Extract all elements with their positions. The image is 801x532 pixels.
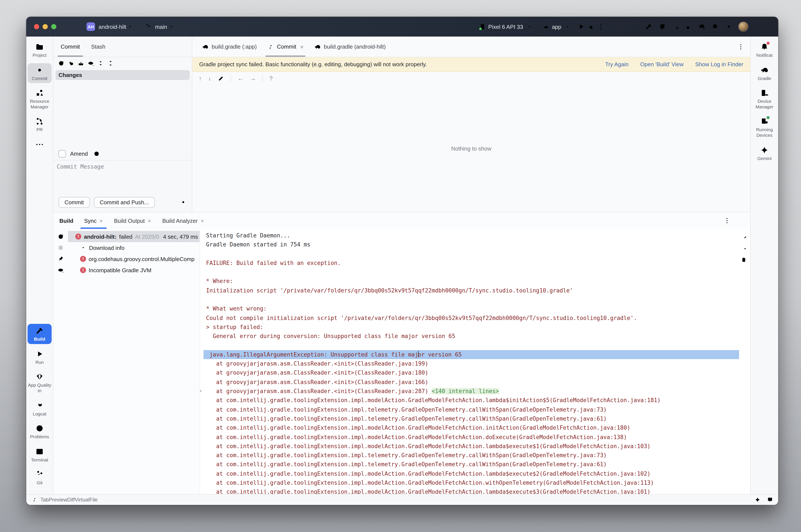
expand-all-icon[interactable]: [97, 60, 104, 66]
sidebar-item-run[interactable]: Run: [27, 347, 52, 367]
branch-selector[interactable]: main: [145, 23, 173, 30]
sidebar-item-running-devices[interactable]: Running Devices: [752, 115, 777, 140]
tab-options-kebab-icon[interactable]: [737, 43, 744, 50]
editor-tab-commit[interactable]: Commit×: [262, 37, 309, 57]
sidebar-item-logcat[interactable]: Logcat: [27, 398, 52, 418]
arrow-down-icon[interactable]: ↓: [208, 75, 211, 82]
arrow-up-icon[interactable]: ↑: [199, 75, 202, 82]
error-icon: !: [80, 256, 86, 262]
editor-tab-build-gradle-app-[interactable]: build.gradle (:app): [197, 37, 262, 57]
project-selector[interactable]: android-hilt: [98, 23, 126, 30]
tree-row[interactable]: !org.codehaus.groovy.control.MultipleCom…: [68, 253, 200, 265]
sidebar-item-git[interactable]: Git: [27, 468, 52, 488]
avatar[interactable]: [738, 21, 748, 32]
build-tab-build-output[interactable]: Build Output×: [108, 212, 156, 229]
sidebar-item-more[interactable]: [27, 138, 52, 151]
collapse-all-icon[interactable]: [107, 60, 114, 66]
commit-button[interactable]: Commit: [58, 197, 90, 208]
fold-expander-icon[interactable]: >: [200, 387, 202, 396]
sidebar-item-gradle[interactable]: Gradle: [752, 63, 777, 83]
gradle-sync-icon[interactable]: [698, 23, 706, 31]
folded-lines-badge[interactable]: <140 internal lines>: [432, 388, 499, 394]
sidebar-item-label: Gemini: [757, 155, 772, 161]
commit-message-input[interactable]: Commit Message: [53, 160, 192, 192]
attach-debugger-icon[interactable]: [685, 23, 693, 31]
refresh-icon[interactable]: [58, 60, 64, 66]
sidebar-item-notificat[interactable]: Notificat: [752, 40, 777, 60]
build-hammer-icon[interactable]: [645, 23, 653, 31]
build-tab-label: Build Output: [114, 217, 145, 224]
sidebar-item-build[interactable]: Build: [27, 324, 52, 344]
gradle-icon: [314, 43, 321, 50]
stash-pop-icon[interactable]: [77, 60, 84, 66]
commit-history-clock-icon[interactable]: [93, 150, 100, 157]
preview-diff-icon[interactable]: [57, 267, 64, 273]
tree-row[interactable]: Download info: [68, 242, 200, 253]
toolbar-divider: [230, 75, 231, 82]
stop-icon[interactable]: [57, 244, 64, 251]
console-line: at com.intellij.gradle.toolingExtension.…: [204, 396, 750, 405]
build-options-kebab-icon[interactable]: [724, 217, 730, 224]
close-tab-icon[interactable]: ×: [201, 217, 204, 224]
gemini-icon[interactable]: [755, 497, 761, 503]
build-tab-build-analyzer[interactable]: Build Analyzer×: [156, 212, 209, 229]
sidebar-item-app-quality-in[interactable]: App Quality In: [27, 370, 52, 396]
preview-diff-icon[interactable]: [87, 60, 94, 66]
event-log-icon[interactable]: [767, 497, 773, 503]
refresh-icon[interactable]: [57, 233, 64, 240]
close-tab-icon[interactable]: ×: [99, 217, 103, 224]
changes-group-row[interactable]: Changes: [56, 70, 190, 80]
clear-all-icon[interactable]: [740, 256, 747, 263]
close-tab-icon[interactable]: ×: [300, 43, 303, 50]
console-toolbar: [740, 233, 747, 263]
banner-action-try-again[interactable]: Try Again: [605, 61, 629, 68]
console-text: Gradle Daemon started in 754 ms: [206, 242, 310, 248]
sidebar-item-label: Git: [37, 480, 42, 486]
folder-icon: [35, 42, 44, 51]
sidebar-item-project[interactable]: Project: [27, 40, 52, 60]
gear-icon[interactable]: [180, 199, 187, 206]
close-tab-icon[interactable]: ×: [148, 217, 151, 224]
more-actions-kebab-icon[interactable]: [597, 23, 604, 31]
help-icon[interactable]: ?: [269, 75, 273, 82]
search-icon[interactable]: [711, 23, 719, 31]
sync-console[interactable]: Starting Gradle Daemon...Gradle Daemon s…: [200, 229, 750, 494]
minimize-window-button[interactable]: [42, 24, 48, 29]
sidebar-item-device-manager[interactable]: Device Manager: [752, 86, 777, 111]
sidebar-item-pr[interactable]: PR: [27, 115, 52, 135]
zoom-window-button[interactable]: [51, 24, 56, 29]
commit-panel-tab-stash[interactable]: Stash: [86, 37, 111, 57]
run-config-selector[interactable]: app: [552, 23, 561, 30]
sidebar-item-resource-manager[interactable]: Resource Manager: [27, 86, 52, 111]
editor-tab-build-gradle-android-hilt-[interactable]: build.gradle (android-hilt): [309, 37, 391, 57]
commit-panel-tab-commit[interactable]: Commit: [55, 37, 86, 57]
build-variants-icon[interactable]: [671, 23, 679, 31]
debug-button[interactable]: [587, 23, 595, 31]
sidebar-item-commit[interactable]: Commit: [27, 63, 52, 83]
error-icon: !: [75, 233, 81, 240]
pin-icon[interactable]: [57, 255, 64, 262]
soft-wrap-icon[interactable]: [740, 233, 747, 240]
arrow-right-icon[interactable]: →: [250, 75, 256, 82]
settings-icon[interactable]: [725, 23, 732, 31]
sidebar-item-problems[interactable]: Problems: [27, 421, 52, 441]
close-window-button[interactable]: [34, 24, 39, 29]
tree-row[interactable]: !Incompatible Gradle JVM: [68, 265, 200, 276]
amend-label: Amend: [70, 150, 88, 157]
tree-row[interactable]: !android-hilt: failed At 2025/0 4 sec, 4…: [68, 231, 200, 242]
amend-checkbox[interactable]: [58, 150, 66, 157]
sidebar-item-terminal[interactable]: Terminal: [27, 445, 52, 465]
banner-action-open-build-view[interactable]: Open 'Build' View: [640, 61, 684, 68]
sync-project-icon[interactable]: [658, 23, 666, 31]
commit-and-push-button[interactable]: Commit and Push...: [94, 197, 155, 208]
scroll-to-end-icon[interactable]: [740, 245, 747, 252]
pencil-icon[interactable]: [218, 75, 224, 81]
sidebar-item-gemini[interactable]: Gemini: [752, 143, 777, 163]
hide-tool-window-icon[interactable]: [737, 217, 744, 224]
run-button[interactable]: [577, 23, 585, 31]
arrow-left-icon[interactable]: ←: [238, 75, 243, 82]
build-tab-sync[interactable]: Sync×: [78, 212, 108, 229]
device-selector[interactable]: Pixel 6 API 33: [488, 23, 523, 30]
banner-action-show-log-in-finder[interactable]: Show Log in Finder: [695, 61, 743, 68]
rollback-icon[interactable]: [68, 60, 74, 66]
